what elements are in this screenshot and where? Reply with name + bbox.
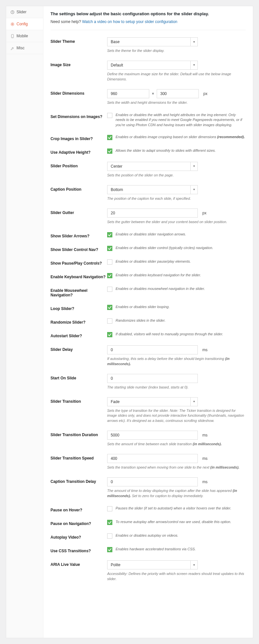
label-start-on-slide: Start On Slide bbox=[51, 374, 107, 380]
chevron-down-icon: ▼ bbox=[190, 61, 197, 69]
help-line: Need some help? Watch a video on how to … bbox=[51, 19, 246, 24]
label-slider-position: Slider Position bbox=[51, 162, 107, 168]
chevron-down-icon: ▼ bbox=[190, 38, 197, 46]
sidebar-item-mobile[interactable]: Mobile bbox=[6, 30, 43, 42]
checkbox-randomize[interactable] bbox=[107, 318, 112, 324]
wrench-icon bbox=[10, 46, 15, 50]
input-slider-delay[interactable]: 0 bbox=[107, 345, 198, 354]
divider bbox=[51, 30, 246, 30]
sidebar-item-label: Misc bbox=[17, 46, 25, 50]
checkbox-show-arrows[interactable] bbox=[107, 232, 112, 237]
sidebar-item-misc[interactable]: Misc bbox=[6, 42, 43, 54]
input-transition-duration[interactable]: 5000 bbox=[107, 431, 198, 440]
checkbox-pause-play[interactable] bbox=[107, 259, 112, 265]
label-set-dimensions: Set Dimensions on Images? bbox=[51, 113, 107, 119]
select-slider-theme[interactable]: Base ▼ bbox=[107, 37, 198, 46]
label-transition-speed: Slider Transition Speed bbox=[51, 454, 107, 460]
help-video-link[interactable]: Watch a video on how to setup your slide… bbox=[82, 19, 177, 24]
input-start-on-slide[interactable]: 0 bbox=[107, 374, 198, 383]
label-slider-transition: Slider Transition bbox=[51, 397, 107, 404]
input-gutter[interactable]: 20 bbox=[107, 209, 198, 218]
label-pause-hover: Pause on Hover? bbox=[51, 506, 107, 512]
select-image-size[interactable]: Default ▼ bbox=[107, 61, 198, 70]
mobile-icon bbox=[10, 34, 15, 38]
sidebar-item-slider[interactable]: Slider bbox=[6, 6, 43, 18]
label-image-size: Image Size bbox=[51, 61, 107, 67]
label-slider-dimensions: Slider Dimensions bbox=[51, 89, 107, 96]
sidebar-item-label: Slider bbox=[17, 10, 27, 14]
chevron-down-icon: ▼ bbox=[190, 561, 197, 569]
select-slider-position[interactable]: Center ▼ bbox=[107, 162, 198, 171]
label-slider-gutter: Slider Gutter bbox=[51, 209, 107, 215]
label-aria-live: ARIA Live Value bbox=[51, 560, 107, 567]
input-caption-delay[interactable]: 0 bbox=[107, 477, 198, 486]
checkbox-set-dimensions[interactable] bbox=[107, 113, 112, 118]
svg-point-1 bbox=[12, 23, 13, 25]
label-css-transitions: Use CSS Transitions? bbox=[51, 547, 107, 553]
chevron-down-icon: ▼ bbox=[190, 185, 197, 194]
select-aria-live[interactable]: Polite ▼ bbox=[107, 560, 198, 569]
checkbox-pause-navigation[interactable] bbox=[107, 520, 112, 525]
checkbox-mousewheel-nav[interactable] bbox=[107, 287, 112, 292]
label-control-nav: Show Slider Control Nav? bbox=[51, 245, 107, 252]
checkbox-keyboard-nav[interactable] bbox=[107, 273, 112, 278]
select-caption-position[interactable]: Bottom ▼ bbox=[107, 185, 198, 194]
label-pause-navigation: Pause on Navigation? bbox=[51, 519, 107, 526]
page-title: The settings below adjust the basic conf… bbox=[51, 11, 246, 16]
slider-icon bbox=[10, 10, 15, 14]
gear-icon bbox=[10, 22, 15, 26]
input-height[interactable]: 300 bbox=[157, 89, 199, 98]
checkbox-autoplay-video[interactable] bbox=[107, 533, 112, 539]
sidebar-item-config[interactable]: Config bbox=[6, 18, 43, 30]
label-loop: Loop Slider? bbox=[51, 304, 107, 311]
select-slider-transition[interactable]: Fade ▼ bbox=[107, 397, 198, 406]
checkbox-autostart[interactable] bbox=[107, 332, 112, 337]
settings-sidebar: Slider Config Mobile Misc bbox=[6, 6, 43, 638]
checkbox-control-nav[interactable] bbox=[107, 246, 112, 251]
label-keyboard-nav: Enable Keyboard Navigation? bbox=[51, 273, 107, 279]
label-caption-position: Caption Position bbox=[51, 185, 107, 192]
label-autostart: Autostart Slider? bbox=[51, 332, 107, 338]
label-caption-delay: Caption Transition Delay bbox=[51, 477, 107, 484]
sidebar-item-label: Config bbox=[17, 22, 28, 26]
chevron-down-icon: ▼ bbox=[190, 398, 197, 406]
label-show-arrows: Show Slider Arrows? bbox=[51, 232, 107, 238]
input-width[interactable]: 960 bbox=[107, 89, 149, 98]
label-randomize: Randomize Slider? bbox=[51, 318, 107, 325]
checkbox-css-transitions[interactable] bbox=[107, 547, 112, 552]
checkbox-pause-hover[interactable] bbox=[107, 506, 112, 511]
label-autoplay-video: Autoplay Video? bbox=[51, 533, 107, 540]
sidebar-item-label: Mobile bbox=[17, 34, 28, 38]
label-crop-images: Crop Images in Slider? bbox=[51, 135, 107, 141]
settings-main: The settings below adjust the basic conf… bbox=[43, 6, 253, 638]
label-slider-theme: Slider Theme bbox=[51, 37, 107, 44]
label-mousewheel-nav: Enable Mousewheel Navigation? bbox=[51, 286, 107, 297]
checkbox-adaptive-height[interactable] bbox=[107, 149, 112, 154]
label-transition-duration: Slider Transition Duration bbox=[51, 431, 107, 437]
chevron-down-icon: ▼ bbox=[190, 162, 197, 171]
checkbox-loop[interactable] bbox=[107, 305, 112, 310]
label-slider-delay: Slider Delay bbox=[51, 345, 107, 352]
svg-point-3 bbox=[12, 37, 12, 37]
label-adaptive-height: Use Adaptive Height? bbox=[51, 148, 107, 155]
input-transition-speed[interactable]: 400 bbox=[107, 454, 198, 463]
label-pause-play: Show Pause/Play Controls? bbox=[51, 259, 107, 266]
checkbox-crop-images[interactable] bbox=[107, 135, 112, 140]
